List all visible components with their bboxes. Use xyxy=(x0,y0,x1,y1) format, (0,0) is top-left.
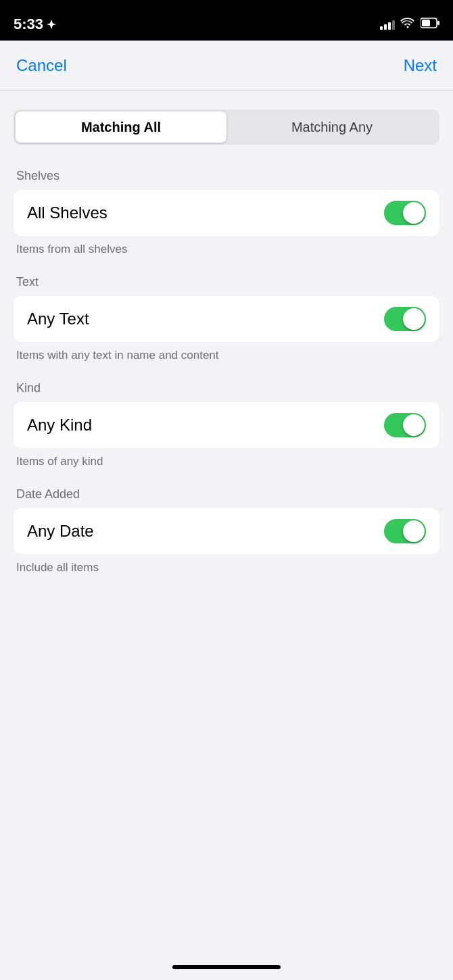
row-card-kind: Any Kind xyxy=(14,402,439,448)
toggle-dateAdded[interactable] xyxy=(384,519,426,543)
status-bar: 5:33 xyxy=(0,0,453,41)
section-label-text: Text xyxy=(14,275,439,289)
next-button[interactable]: Next xyxy=(404,56,437,75)
svg-rect-1 xyxy=(437,21,439,25)
toggle-knob-kind xyxy=(403,414,425,436)
status-time: 5:33 xyxy=(14,16,56,33)
section-desc-shelves: Items from all shelves xyxy=(14,243,439,256)
section-desc-kind: Items of any kind xyxy=(14,455,439,468)
section-desc-text: Items with any text in name and content xyxy=(14,349,439,362)
row-label-dateAdded: Any Date xyxy=(27,522,94,541)
section-label-kind: Kind xyxy=(14,381,439,395)
toggle-text[interactable] xyxy=(384,307,426,331)
section-label-shelves: Shelves xyxy=(14,169,439,183)
toggle-knob-shelves xyxy=(403,202,425,224)
sections-container: ShelvesAll ShelvesItems from all shelves… xyxy=(14,169,439,574)
cancel-button[interactable]: Cancel xyxy=(16,56,67,75)
toggle-knob-dateAdded xyxy=(403,520,425,542)
row-card-shelves: All Shelves xyxy=(14,190,439,236)
signal-icon xyxy=(380,19,395,30)
row-label-text: Any Text xyxy=(27,310,89,328)
toggle-knob-text xyxy=(403,308,425,330)
content-area: Matching All Matching Any ShelvesAll She… xyxy=(0,91,453,574)
nav-bar: Cancel Next xyxy=(0,41,453,91)
toggle-kind[interactable] xyxy=(384,413,426,437)
section-shelves: ShelvesAll ShelvesItems from all shelves xyxy=(14,169,439,256)
section-desc-dateAdded: Include all items xyxy=(14,561,439,574)
row-label-shelves: All Shelves xyxy=(27,203,108,222)
wifi-icon xyxy=(400,18,415,31)
section-kind: KindAny KindItems of any kind xyxy=(14,381,439,468)
section-label-dateAdded: Date Added xyxy=(14,487,439,501)
battery-icon xyxy=(421,18,439,31)
segmented-control: Matching All Matching Any xyxy=(14,109,439,145)
location-icon xyxy=(47,20,56,29)
row-card-dateAdded: Any Date xyxy=(14,508,439,554)
time-label: 5:33 xyxy=(14,16,43,33)
row-label-kind: Any Kind xyxy=(27,416,92,435)
status-icons xyxy=(380,18,439,31)
matching-all-button[interactable]: Matching All xyxy=(16,112,226,143)
row-card-text: Any Text xyxy=(14,296,439,342)
matching-any-button[interactable]: Matching Any xyxy=(226,112,437,143)
toggle-shelves[interactable] xyxy=(384,201,426,225)
section-dateAdded: Date AddedAny DateInclude all items xyxy=(14,487,439,574)
svg-rect-2 xyxy=(422,20,430,26)
home-indicator xyxy=(172,965,281,969)
section-text: TextAny TextItems with any text in name … xyxy=(14,275,439,362)
